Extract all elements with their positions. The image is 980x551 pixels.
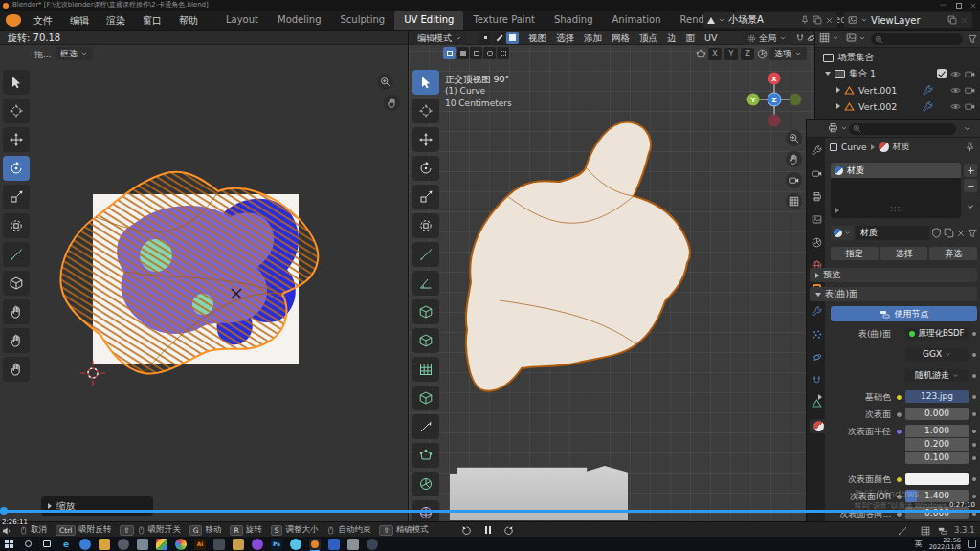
tool-transform[interactable]: [3, 213, 30, 238]
outliner-filter-mode[interactable]: [846, 33, 866, 43]
zoom-button[interactable]: [377, 74, 393, 90]
material-slot-list[interactable]: 材质 ::::: [831, 163, 961, 218]
app-cloud-icon[interactable]: [290, 539, 301, 550]
illustrator-icon[interactable]: Ai: [194, 539, 206, 550]
tool-cursor[interactable]: [412, 99, 439, 123]
tab-modifiers[interactable]: [810, 304, 824, 319]
tool-relax[interactable]: [3, 328, 30, 353]
replay-10-icon[interactable]: [461, 525, 472, 536]
blender-taskbar-icon[interactable]: [309, 539, 321, 550]
list-resize-grip[interactable]: ::::: [890, 205, 904, 213]
outliner-row-vert-001[interactable]: Vert.001: [815, 82, 980, 98]
app-capture-icon[interactable]: [213, 539, 225, 550]
blender-logo-icon[interactable]: [6, 14, 21, 27]
mode-dropdown[interactable]: 编辑模式: [412, 32, 467, 45]
app-settings-icon[interactable]: [118, 539, 129, 550]
use-nodes-button[interactable]: 使用节点: [831, 306, 977, 321]
subsurface-radius-z-slider[interactable]: 0.100: [905, 452, 969, 464]
uv-canvas[interactable]: [0, 31, 409, 521]
close-icon[interactable]: [969, 2, 977, 10]
app-files-icon[interactable]: [99, 539, 110, 550]
expand-icon[interactable]: [836, 87, 840, 93]
curve-object[interactable]: [466, 122, 690, 391]
tool-annotate[interactable]: [412, 242, 439, 267]
options-dropdown[interactable]: 选项: [769, 47, 807, 60]
ortho-toggle-button[interactable]: [786, 193, 802, 209]
tool-spin[interactable]: [412, 472, 439, 496]
tool-measure[interactable]: [412, 271, 439, 296]
tab-uv-editing[interactable]: UV Editing: [394, 11, 463, 30]
pan-button[interactable]: [786, 151, 802, 167]
remove-slot-button[interactable]: [964, 179, 977, 192]
outliner-row-scene-collection[interactable]: 场景集合: [815, 50, 980, 65]
app-google-icon[interactable]: [156, 539, 167, 550]
task-view-icon[interactable]: [41, 539, 53, 550]
tab-texture-paint[interactable]: Texture Paint: [463, 11, 545, 30]
editor-type-dropdown[interactable]: [828, 122, 848, 133]
material-name-field[interactable]: 材质: [856, 226, 929, 240]
tool-tweak-select[interactable]: [3, 70, 30, 95]
start-button[interactable]: [3, 539, 14, 550]
add-slot-button[interactable]: [964, 164, 977, 177]
menu-vertex[interactable]: 顶点: [635, 31, 662, 45]
animate-dot-icon[interactable]: [972, 443, 976, 447]
minimize-icon[interactable]: —: [940, 0, 947, 11]
search-icon[interactable]: [22, 539, 33, 550]
operator-panel[interactable]: 缩放: [41, 496, 153, 516]
distribution-dropdown[interactable]: GGX: [905, 348, 969, 361]
menu-add[interactable]: 添加: [579, 31, 607, 45]
subsurface-color-swatch[interactable]: [905, 473, 969, 485]
menu-window[interactable]: 窗口: [134, 11, 170, 31]
menu-edit[interactable]: 编辑: [61, 11, 98, 31]
tool-pinch[interactable]: [3, 357, 30, 382]
video-progress-bar[interactable]: [0, 510, 980, 513]
uv-select-island-icon[interactable]: [483, 47, 496, 59]
list-filter-icon[interactable]: [835, 208, 839, 213]
eye-icon[interactable]: [950, 69, 961, 79]
menu-mesh[interactable]: 网格: [607, 31, 635, 45]
app-media-icon[interactable]: [252, 539, 263, 550]
pan-button[interactable]: [384, 95, 400, 111]
video-playhead[interactable]: [0, 507, 8, 515]
tool-loop-cut[interactable]: [412, 386, 439, 410]
app-office-icon[interactable]: [328, 539, 340, 550]
keyboard-icon[interactable]: [921, 526, 930, 536]
axis-gizmo[interactable]: X Y Z: [746, 71, 805, 130]
tool-scale[interactable]: [3, 185, 30, 209]
animate-dot-icon[interactable]: [972, 477, 976, 481]
eye-icon[interactable]: [950, 85, 961, 96]
fake-user-shield-icon[interactable]: [931, 228, 942, 238]
collection-checkbox[interactable]: [937, 69, 947, 78]
mirror-z-toggle[interactable]: Z: [741, 48, 754, 60]
camera-icon[interactable]: [965, 101, 975, 112]
tool-add-cube[interactable]: [412, 299, 439, 324]
uv-select-face-icon[interactable]: [470, 47, 482, 59]
subsurface-radius-x-slider[interactable]: 1.000: [905, 425, 969, 437]
expand-icon[interactable]: [836, 103, 840, 109]
subsurface-slider[interactable]: 0.000: [905, 408, 969, 420]
falloff-icon[interactable]: [757, 49, 768, 59]
app-steam-icon[interactable]: [367, 539, 378, 550]
menu-help[interactable]: 帮助: [170, 11, 207, 31]
tool-select-box[interactable]: [412, 70, 439, 95]
outliner-row-collection-1[interactable]: 集合 1: [815, 66, 980, 81]
tool-extrude-region[interactable]: [412, 328, 439, 353]
menu-face[interactable]: 面: [681, 31, 701, 45]
uv-sticky-icon[interactable]: [497, 47, 509, 59]
material-slot-row[interactable]: 材质: [831, 163, 961, 178]
material-specials-funnel-icon[interactable]: [968, 229, 977, 238]
breadcrumb-object[interactable]: Curve: [841, 143, 867, 152]
copy-datablock-icon[interactable]: [944, 228, 954, 238]
tool-rip-region[interactable]: [3, 271, 30, 296]
app-paint-icon[interactable]: [347, 539, 359, 550]
tool-rotate[interactable]: [412, 156, 439, 181]
uv-2d-cursor[interactable]: [80, 361, 105, 386]
edge-icon[interactable]: e: [60, 539, 72, 550]
menu-uv[interactable]: UV: [700, 31, 722, 45]
animate-dot-icon[interactable]: [972, 456, 976, 460]
remove-layer-icon[interactable]: [960, 16, 969, 25]
assign-button[interactable]: 指定: [831, 247, 879, 260]
face-select-icon[interactable]: [506, 32, 519, 44]
maximize-icon[interactable]: [956, 3, 962, 9]
app-store-icon[interactable]: [137, 539, 148, 550]
